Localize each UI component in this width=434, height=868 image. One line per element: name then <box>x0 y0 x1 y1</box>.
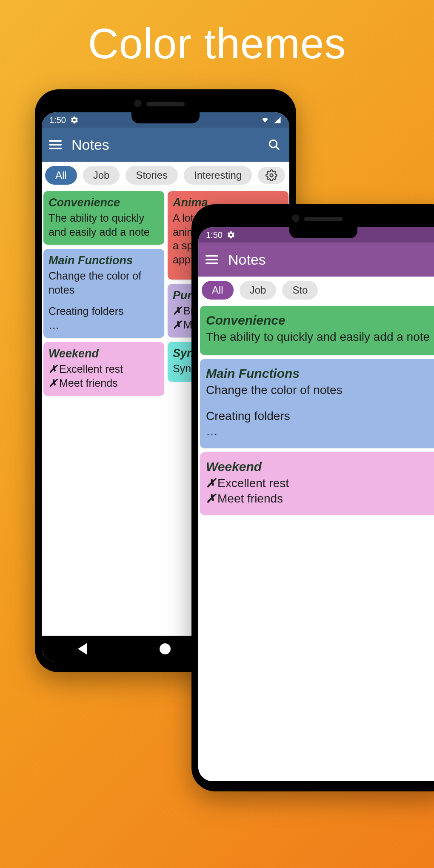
note-checklist-item: ✗Meet friends <box>49 376 159 390</box>
note-convenience[interactable]: Convenience The ability to quickly and e… <box>200 306 434 355</box>
status-time: 1:50 <box>206 230 223 240</box>
note-main-functions[interactable]: Main Functions Change the color of notes… <box>200 359 434 448</box>
svg-point-2 <box>270 174 273 177</box>
app-bar: Notes <box>198 243 434 277</box>
note-title: Main Functions <box>49 253 159 268</box>
note-checklist-item: ✗Excellent rest <box>49 362 159 376</box>
note-main-functions[interactable]: Main Functions Change the color of notes… <box>43 249 164 338</box>
app-bar: Notes <box>42 128 289 162</box>
note-body: … <box>206 424 432 439</box>
note-title: Main Functions <box>206 365 432 382</box>
note-body: Creating folders <box>49 304 159 318</box>
chip-all[interactable]: All <box>202 281 234 300</box>
chip-stories[interactable]: Stories <box>126 166 178 185</box>
note-title: Convenience <box>206 312 432 328</box>
chip-interesting[interactable]: Interesting <box>184 166 252 185</box>
chip-job[interactable]: Job <box>83 166 120 185</box>
nav-back-icon[interactable] <box>78 643 87 655</box>
note-body: Change the color of notes <box>49 269 159 297</box>
chip-settings[interactable] <box>258 167 285 184</box>
svg-point-0 <box>269 140 277 147</box>
note-title: Weekend <box>49 346 159 361</box>
menu-icon[interactable] <box>203 259 220 260</box>
note-title: Weekend <box>206 458 432 475</box>
note-body: The ability to quickly and easily add a … <box>49 211 159 239</box>
app-title: Notes <box>71 137 109 153</box>
chip-stories[interactable]: Sto <box>282 281 318 300</box>
settings-status-icon <box>70 116 79 124</box>
filter-chips-row: All Job Stories Interesting <box>42 162 289 189</box>
note-body: … <box>49 318 159 332</box>
note-body: Creating folders <box>206 408 432 424</box>
menu-icon[interactable] <box>47 144 64 146</box>
note-checklist-item: ✗Meet friends <box>206 491 432 506</box>
settings-status-icon <box>227 231 235 239</box>
note-checklist-item: ✗Excellent rest <box>206 476 432 491</box>
notes-grid: Convenience The ability to quickly and e… <box>198 304 434 781</box>
promo-title: Color themes <box>0 0 434 68</box>
note-weekend[interactable]: Weekend ✗Excellent rest ✗Meet friends <box>43 342 164 396</box>
note-convenience[interactable]: Convenience The ability to quickly and e… <box>43 191 164 245</box>
chip-job[interactable]: Job <box>240 281 277 300</box>
svg-line-1 <box>276 147 279 150</box>
nav-home-icon[interactable] <box>160 643 171 654</box>
chip-all[interactable]: All <box>45 166 77 185</box>
status-time: 1:50 <box>49 115 66 125</box>
note-weekend[interactable]: Weekend ✗Excellent rest ✗Meet friends <box>200 452 434 515</box>
wifi-icon <box>260 116 270 124</box>
note-title: Convenience <box>49 195 159 210</box>
note-body: Change the color of notes <box>206 383 432 398</box>
app-title: Notes <box>228 251 266 268</box>
cell-signal-icon <box>273 116 282 124</box>
filter-chips-row: All Job Sto <box>198 277 434 304</box>
phone-mockup-purple: 1:50 Notes All Job Sto Convenience The a… <box>191 204 434 791</box>
search-icon[interactable] <box>267 138 281 151</box>
note-body: The ability to quickly and easily add a … <box>206 329 432 345</box>
